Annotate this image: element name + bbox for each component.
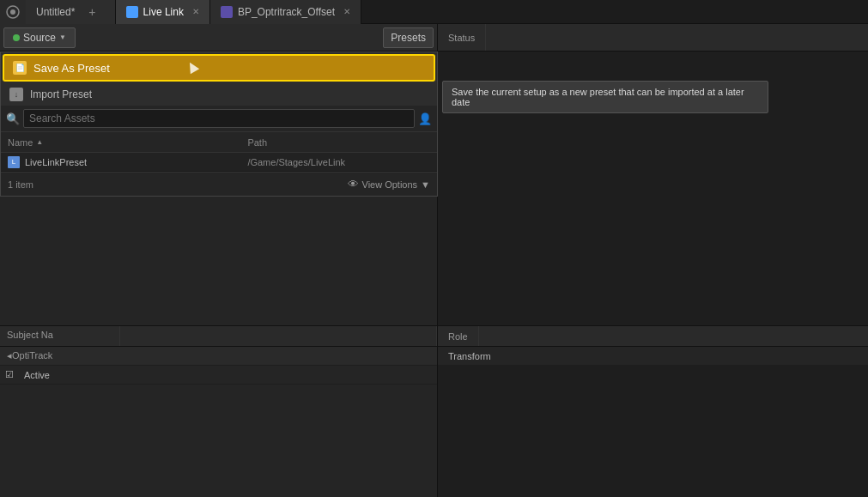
- dropdown-overlay: 📄 Save As Preset ↓ Import Preset 🔍 👤 Nam…: [0, 52, 438, 197]
- asset-item-path: /Game/Stages/LiveLink: [240, 157, 437, 167]
- search-input[interactable]: [23, 109, 415, 128]
- tooltip: Save the current setup as a new preset t…: [442, 81, 768, 113]
- subject-row[interactable]: ☑ Active: [0, 366, 437, 385]
- tab-blueprint[interactable]: BP_Optritrack_Offset ✕: [210, 0, 361, 24]
- subject-header: Subject Na: [0, 326, 437, 347]
- livelink-icon: [126, 6, 138, 18]
- save-as-preset-button[interactable]: 📄 Save As Preset: [3, 54, 435, 82]
- bottom-split: Subject Na ◂OptiTrack ☑ Active: [0, 325, 437, 497]
- asset-list-header: Name ▲ Path: [1, 132, 437, 153]
- transform-row: Transform: [438, 347, 868, 366]
- dropdown-footer: 1 item 👁 View Options ▼: [1, 172, 437, 196]
- view-options-arrow: ▼: [421, 179, 430, 190]
- source-status-dot: [13, 34, 20, 41]
- subject-group-label: ◂OptiTrack: [0, 349, 59, 363]
- user-filter-icon[interactable]: 👤: [418, 112, 432, 125]
- import-preset-button[interactable]: ↓ Import Preset: [1, 83, 437, 106]
- right-bottom-header: Role: [438, 326, 868, 347]
- tab-blueprint-close[interactable]: ✕: [343, 7, 350, 16]
- right-panel-header: Status: [438, 24, 868, 52]
- subject-panel: Subject Na ◂OptiTrack ☑ Active: [0, 326, 437, 497]
- item-count: 1 item: [8, 179, 33, 190]
- source-dropdown-arrow: ▼: [59, 33, 66, 41]
- tab-livelink-close[interactable]: ✕: [192, 7, 199, 16]
- title-bar: Untitled* + Live Link ✕ BP_Optritrack_Of…: [0, 0, 868, 24]
- preset-icon: 📄: [13, 61, 27, 75]
- asset-col-path: Path: [240, 137, 437, 148]
- import-icon: ↓: [9, 88, 23, 101]
- import-preset-label: Import Preset: [30, 88, 92, 100]
- search-icon: 🔍: [6, 112, 20, 125]
- tooltip-text: Save the current setup as a new preset t…: [452, 87, 744, 107]
- presets-label: Presets: [391, 32, 426, 44]
- right-bottom: Role Transform: [438, 325, 868, 497]
- asset-col-name: Name ▲: [1, 137, 240, 148]
- tab-livelink[interactable]: Live Link ✕: [116, 0, 210, 24]
- svg-point-1: [10, 9, 15, 15]
- subject-group-row[interactable]: ◂OptiTrack: [0, 347, 437, 366]
- source-button-label: Source: [23, 32, 56, 44]
- source-toolbar: Source ▼ Presets: [0, 24, 437, 52]
- view-options-button[interactable]: 👁 View Options ▼: [348, 178, 431, 191]
- asset-item-name: L LiveLinkPreset: [1, 156, 240, 168]
- eye-icon: 👁: [348, 178, 359, 191]
- source-button[interactable]: Source ▼: [3, 27, 76, 48]
- search-area: 🔍 👤: [1, 106, 437, 132]
- subject-checkbox[interactable]: ☑: [0, 367, 17, 382]
- presets-button[interactable]: Presets: [383, 27, 434, 48]
- asset-list: Name ▲ Path L LiveLinkPreset /Game/Stage…: [1, 132, 437, 172]
- app-logo: [0, 0, 26, 24]
- sort-arrow: ▲: [36, 138, 43, 146]
- right-col-status: Status: [438, 24, 486, 51]
- right-col-role: Role: [438, 326, 479, 346]
- tab-untitled[interactable]: Untitled* +: [26, 0, 116, 24]
- tab-add[interactable]: +: [80, 5, 104, 19]
- save-as-preset-label: Save As Preset: [33, 62, 110, 75]
- subject-col-name: Subject Na: [0, 326, 120, 346]
- transform-label: Transform: [448, 351, 491, 361]
- asset-icon: L: [8, 156, 20, 168]
- subject-col-extra: [120, 326, 437, 346]
- subject-name: Active: [17, 368, 57, 382]
- blueprint-icon: [221, 6, 233, 18]
- view-options-label: View Options: [362, 179, 418, 190]
- asset-item-0[interactable]: L LiveLinkPreset /Game/Stages/LiveLink: [1, 153, 437, 172]
